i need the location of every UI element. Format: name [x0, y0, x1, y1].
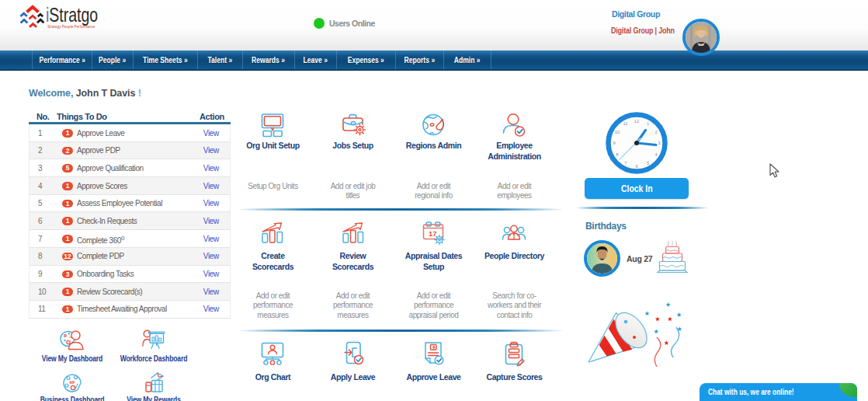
svg-text:2: 2: [654, 130, 657, 134]
svg-text:11: 11: [623, 121, 627, 126]
svg-text:12: 12: [634, 119, 639, 124]
svg-text:9: 9: [613, 141, 615, 145]
svg-text:10: 10: [615, 130, 620, 134]
svg-text:5: 5: [647, 161, 649, 166]
svg-text:7: 7: [624, 161, 627, 166]
svg-text:3: 3: [658, 141, 660, 145]
svg-text:1: 1: [647, 121, 649, 126]
svg-text:6: 6: [635, 164, 637, 169]
svg-text:8: 8: [616, 152, 618, 157]
svg-text:17: 17: [429, 229, 437, 238]
